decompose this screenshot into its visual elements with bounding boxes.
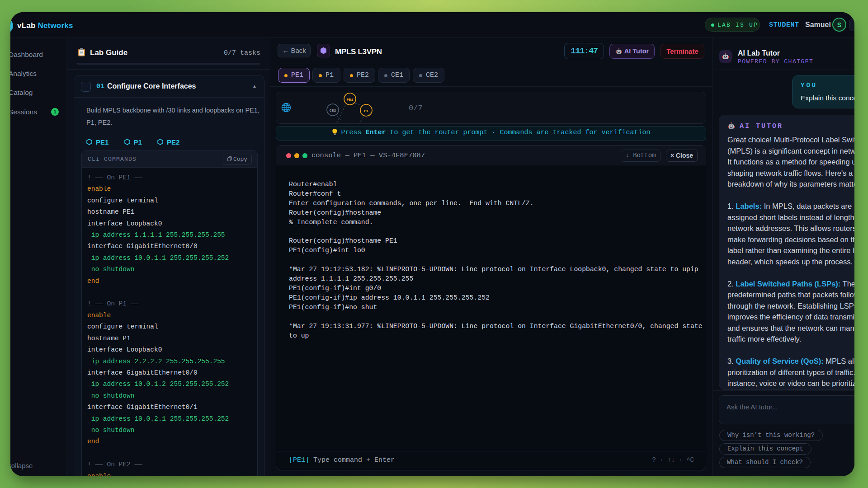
svg-text:CE2: CE2: [330, 108, 336, 113]
svg-text:P1: P1: [364, 109, 368, 113]
svg-text:PE1: PE1: [347, 98, 354, 102]
